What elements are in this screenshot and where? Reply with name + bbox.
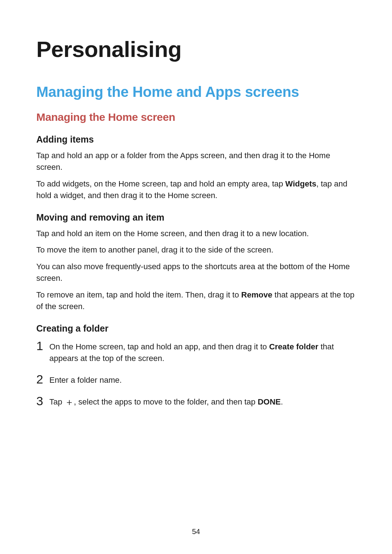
bold-text: Widgets [285,179,316,188]
bold-text: Create folder [269,342,318,351]
step-item: 2 Enter a folder name. [36,374,356,386]
heading-adding-items: Adding items [36,134,356,145]
text: Tap [49,397,65,406]
paragraph: Tap and hold an app or a folder from the… [36,150,356,173]
paragraph: To remove an item, tap and hold the item… [36,289,356,312]
step-item: 3 Tap ＋, select the apps to move to the … [36,396,356,408]
paragraph: Tap and hold an item on the Home screen,… [36,228,356,239]
step-item: 1 On the Home screen, tap and hold an ap… [36,341,356,364]
step-number: 3 [36,395,49,407]
text: , select the apps to move to the folder,… [74,397,258,406]
text: To add widgets, on the Home screen, tap … [36,179,285,188]
text: To remove an item, tap and hold the item… [36,290,241,299]
page: Personalising Managing the Home and Apps… [0,0,392,554]
paragraph: To add widgets, on the Home screen, tap … [36,178,356,201]
heading-moving-removing: Moving and removing an item [36,212,356,223]
plus-icon: ＋ [65,397,74,407]
chapter-title: Personalising [36,36,356,62]
paragraph: You can also move frequently-used apps t… [36,261,356,284]
sub-section-title: Managing the Home screen [36,111,356,123]
paragraph: To move the item to another panel, drag … [36,244,356,256]
section-title: Managing the Home and Apps screens [36,84,356,100]
step-number: 2 [36,373,49,385]
step-text: Tap ＋, select the apps to move to the fo… [49,396,283,408]
bold-text: Remove [241,290,273,299]
step-number: 1 [36,340,49,352]
heading-creating-folder: Creating a folder [36,323,356,334]
step-text: On the Home screen, tap and hold an app,… [49,341,356,364]
page-number: 54 [0,528,392,536]
step-text: Enter a folder name. [49,374,122,386]
bold-text: DONE [258,397,281,406]
text: On the Home screen, tap and hold an app,… [49,342,269,351]
text: . [281,397,283,406]
step-list: 1 On the Home screen, tap and hold an ap… [36,341,356,408]
